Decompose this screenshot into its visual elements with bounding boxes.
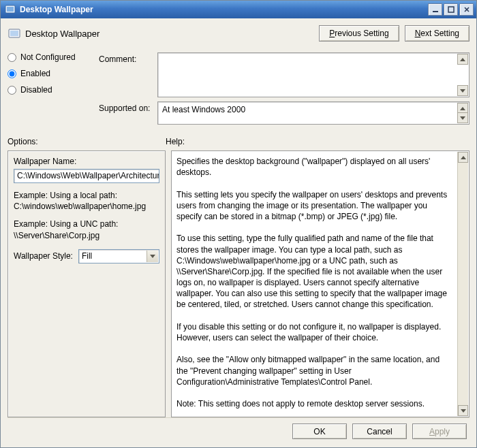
wallpaper-style-value: Fill xyxy=(82,251,92,261)
metadata-column: Comment: Supported on: At least Windows … xyxy=(99,52,470,129)
wallpaper-style-label: Wallpaper Style: xyxy=(14,251,73,261)
policy-icon xyxy=(7,27,21,40)
help-text: Specifies the desktop background ("wallp… xyxy=(172,152,457,416)
example-unc-value: \\Server\Share\Corp.jpg xyxy=(14,230,159,241)
app-icon xyxy=(5,4,16,15)
supported-on-value: At least Windows 2000 xyxy=(162,105,245,114)
section-headers: Options: Help: xyxy=(7,137,470,146)
radio-not-configured[interactable]: Not Configured xyxy=(7,52,91,62)
supported-on-box: At least Windows 2000 xyxy=(157,101,470,125)
page-title: Desktop Wallpaper xyxy=(25,29,99,39)
radio-label: Disabled xyxy=(20,85,52,95)
dialog-buttons: OK Cancel Apply xyxy=(7,417,470,442)
comment-textarea[interactable] xyxy=(157,52,470,97)
options-panel: Wallpaper Name: C:\Windows\Web\Wallpaper… xyxy=(7,150,166,417)
scroll-up-icon[interactable] xyxy=(458,152,468,163)
supported-on-label: Supported on: xyxy=(99,101,157,113)
example-local: Example: Using a local path: C:\windows\… xyxy=(14,190,159,212)
next-setting-button[interactable]: Next Setting xyxy=(405,25,470,42)
wallpaper-name-label: Wallpaper Name: xyxy=(14,157,159,166)
example-unc: Example: Using a UNC path: \\Server\Shar… xyxy=(14,219,159,240)
example-local-value: C:\windows\web\wallpaper\home.jpg xyxy=(14,201,159,212)
scroll-up-icon[interactable] xyxy=(457,54,468,65)
help-panel: Specifies the desktop background ("wallp… xyxy=(171,150,470,417)
scroll-down-icon[interactable] xyxy=(458,405,468,416)
radio-label: Not Configured xyxy=(20,52,76,62)
top-grid: Not Configured Enabled Disabled Comment: xyxy=(7,52,470,129)
radio-label: Enabled xyxy=(20,69,50,78)
previous-setting-button[interactable]: Previous Setting xyxy=(319,25,399,42)
minimize-button[interactable] xyxy=(428,3,442,16)
svg-rect-2 xyxy=(433,11,438,12)
scroll-down-icon[interactable] xyxy=(457,112,468,123)
radio-disabled[interactable]: Disabled xyxy=(7,85,91,95)
maximize-button[interactable] xyxy=(444,3,458,16)
client-area: Desktop Wallpaper Previous Setting Next … xyxy=(1,18,476,447)
header-row: Desktop Wallpaper Previous Setting Next … xyxy=(7,25,470,42)
chevron-down-icon xyxy=(147,251,158,262)
radio-enabled[interactable]: Enabled xyxy=(7,69,91,78)
help-heading: Help: xyxy=(166,137,470,146)
dialog-window: Desktop Wallpaper Desktop Wallpaper xyxy=(0,0,477,448)
wallpaper-style-select[interactable]: Fill xyxy=(78,249,159,263)
svg-rect-5 xyxy=(10,31,18,36)
comment-label: Comment: xyxy=(99,52,157,64)
scroll-down-icon[interactable] xyxy=(457,85,468,96)
window-controls xyxy=(428,3,474,16)
wallpaper-name-input[interactable]: C:\Windows\Web\Wallpaper\Architecture xyxy=(14,169,159,183)
svg-rect-3 xyxy=(448,7,454,12)
options-heading: Options: xyxy=(7,137,166,146)
help-scrollbar[interactable] xyxy=(457,152,468,416)
close-button[interactable] xyxy=(459,3,474,16)
apply-button[interactable]: Apply xyxy=(412,423,467,439)
cancel-button[interactable]: Cancel xyxy=(352,423,407,439)
state-radio-group: Not Configured Enabled Disabled xyxy=(7,52,91,129)
example-unc-label: Example: Using a UNC path: xyxy=(14,219,159,229)
panels: Wallpaper Name: C:\Windows\Web\Wallpaper… xyxy=(7,150,470,417)
svg-rect-1 xyxy=(7,7,14,12)
titlebar: Desktop Wallpaper xyxy=(1,1,476,18)
example-local-label: Example: Using a local path: xyxy=(14,190,159,201)
window-title: Desktop Wallpaper xyxy=(20,5,428,14)
ok-button[interactable]: OK xyxy=(292,423,347,439)
